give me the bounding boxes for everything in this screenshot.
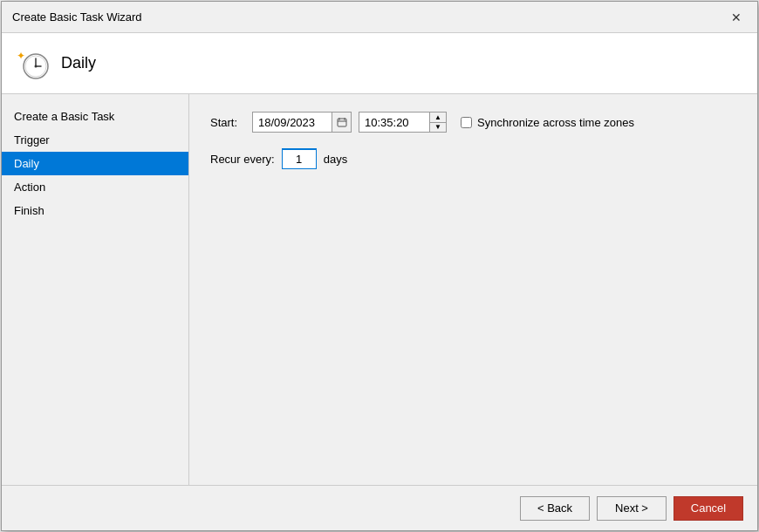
footer: < Back Next > Cancel: [2, 485, 757, 530]
sidebar-item-daily[interactable]: Daily: [2, 152, 188, 175]
sidebar-item-create-basic-task[interactable]: Create a Basic Task: [2, 105, 188, 128]
recur-row: Recur every: days: [210, 148, 736, 169]
dialog-window: Create Basic Task Wizard ✕ ✦ Daily Creat…: [1, 1, 758, 531]
start-row: Start:: [210, 112, 736, 133]
time-spin-up[interactable]: ▲: [430, 113, 446, 122]
sidebar-item-trigger[interactable]: Trigger: [2, 128, 188, 152]
date-input[interactable]: [253, 113, 332, 132]
content-area: Create a Basic Task Trigger Daily Action…: [2, 94, 757, 485]
svg-text:✦: ✦: [17, 50, 25, 62]
sidebar-item-finish[interactable]: Finish: [2, 199, 188, 222]
recur-input[interactable]: [282, 148, 317, 169]
time-spin-down[interactable]: ▼: [430, 122, 446, 132]
sync-checkbox-wrapper: Synchronize across time zones: [461, 116, 634, 129]
sync-timezone-label[interactable]: Synchronize across time zones: [477, 116, 634, 129]
header-title: Daily: [61, 54, 96, 72]
time-spin-buttons: ▲ ▼: [429, 113, 446, 132]
next-button[interactable]: Next >: [597, 496, 667, 521]
time-input-wrapper: ▲ ▼: [359, 112, 447, 133]
task-icon-svg: ✦: [17, 47, 50, 80]
recur-label: Recur every:: [210, 153, 275, 166]
time-input[interactable]: [359, 113, 429, 132]
sync-timezone-checkbox[interactable]: [461, 117, 472, 128]
task-icon: ✦: [16, 46, 51, 81]
svg-point-5: [35, 65, 38, 67]
close-button[interactable]: ✕: [726, 7, 747, 28]
sidebar-item-action[interactable]: Action: [2, 175, 188, 199]
sidebar: Create a Basic Task Trigger Daily Action…: [2, 94, 189, 485]
cancel-button[interactable]: Cancel: [674, 496, 743, 521]
recur-unit: days: [324, 153, 347, 166]
date-input-wrapper: [252, 112, 352, 133]
title-bar: Create Basic Task Wizard ✕: [2, 2, 757, 33]
date-picker-button[interactable]: [332, 113, 351, 132]
header-section: ✦ Daily: [2, 33, 757, 94]
start-label: Start:: [210, 116, 245, 129]
main-content: Start:: [189, 94, 757, 485]
window-title: Create Basic Task Wizard: [12, 10, 142, 24]
back-button[interactable]: < Back: [520, 496, 590, 521]
